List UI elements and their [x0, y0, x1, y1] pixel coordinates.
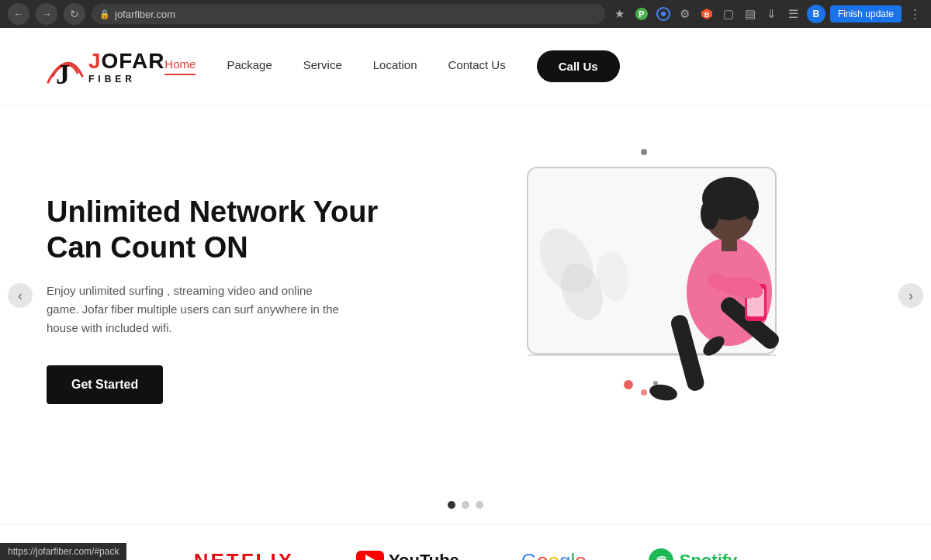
- logo-jofar: JOFAR: [88, 49, 164, 74]
- status-bar: https://jofarfiber.com/#pack: [0, 543, 126, 560]
- spotify-logo: Spotify: [649, 548, 738, 560]
- google-logo: Google: [521, 549, 587, 561]
- hero-content: Unlimited Network Your Can Count ON Enjo…: [47, 195, 419, 403]
- carousel-dot-2[interactable]: [462, 501, 469, 509]
- back-button[interactable]: ←: [8, 3, 29, 25]
- svg-text:B: B: [704, 11, 710, 19]
- youtube-text: YouTube: [389, 551, 459, 560]
- extensions-icon[interactable]: P: [633, 5, 650, 22]
- split-view-icon[interactable]: ▤: [742, 5, 759, 22]
- nav-package[interactable]: Package: [227, 58, 272, 74]
- youtube-logo: YouTube: [356, 551, 459, 560]
- google-e: e: [575, 549, 586, 561]
- browser-chrome: ← → ↻ 🔒 jofarfiber.com ★ P ⚙ B ▢ ▤ ⇓ ☰ B…: [0, 0, 931, 28]
- logo-signal-icon: J: [47, 43, 84, 90]
- call-us-button[interactable]: Call Us: [537, 50, 620, 82]
- svg-text:J: J: [56, 59, 70, 90]
- reload-button[interactable]: ↻: [64, 3, 85, 25]
- forward-button[interactable]: →: [36, 3, 57, 25]
- google-o1: o: [537, 549, 548, 561]
- hero-description: Enjoy unlimited surfing , streaming vide…: [47, 282, 341, 337]
- spotify-text: Spotify: [680, 551, 738, 560]
- svg-text:P: P: [639, 9, 644, 19]
- svg-point-23: [743, 192, 759, 220]
- url-bar[interactable]: 🔒 jofarfiber.com: [92, 4, 605, 24]
- logo-fiber: FIBER: [88, 74, 164, 85]
- chrome-icon[interactable]: [655, 5, 672, 22]
- tabs-icon[interactable]: ▢: [720, 5, 737, 22]
- hero-title: Unlimited Network Your Can Count ON: [47, 195, 419, 265]
- logo-text: JOFAR FIBER: [88, 49, 164, 85]
- nav-service[interactable]: Service: [303, 58, 342, 74]
- browser-actions: ★ P ⚙ B ▢ ▤ ⇓ ☰ B Finish update ⋮: [611, 5, 923, 23]
- lock-icon: 🔒: [99, 9, 110, 19]
- url-text: jofarfiber.com: [115, 9, 175, 20]
- hero-image: [489, 137, 815, 447]
- svg-point-16: [624, 380, 633, 389]
- site-header: J JOFAR FIBER Home Package Service Locat…: [0, 28, 931, 105]
- settings-icon[interactable]: ⚙: [677, 5, 694, 22]
- website-container: J JOFAR FIBER Home Package Service Locat…: [0, 28, 931, 560]
- carousel-next-button[interactable]: ›: [898, 283, 923, 308]
- svg-point-3: [661, 12, 666, 16]
- carousel-dot-3[interactable]: [476, 501, 483, 509]
- carousel-prev-button[interactable]: ‹: [8, 283, 33, 308]
- hero-section: ‹ Unlimited Network Your Can Count ON En…: [0, 105, 931, 486]
- carousel-dot-1[interactable]: [448, 501, 455, 509]
- svg-point-7: [641, 149, 647, 155]
- brave-icon[interactable]: B: [698, 5, 715, 22]
- svg-point-22: [701, 199, 719, 230]
- svg-point-27: [649, 382, 679, 403]
- youtube-play-icon: [356, 551, 384, 560]
- carousel-dots: [0, 486, 931, 524]
- menu-icon[interactable]: ⋮: [906, 5, 923, 22]
- nav-location[interactable]: Location: [373, 58, 417, 74]
- google-o2: o: [549, 549, 559, 561]
- svg-point-17: [641, 389, 647, 396]
- google-g2: g: [559, 549, 570, 561]
- sidebar-icon[interactable]: ☰: [785, 5, 802, 22]
- netflix-logo: NETFLIX: [194, 549, 294, 561]
- hero-illustration: [419, 137, 884, 462]
- main-nav: Home Package Service Location Contact Us: [164, 57, 505, 75]
- youtube-triangle-icon: [365, 555, 376, 560]
- nav-contact[interactable]: Contact Us: [448, 58, 506, 74]
- google-g: G: [521, 549, 537, 561]
- download-icon[interactable]: ⇓: [763, 5, 780, 22]
- bookmark-icon[interactable]: ★: [611, 5, 628, 22]
- finish-update-button[interactable]: Finish update: [830, 5, 902, 22]
- svg-rect-24: [722, 237, 737, 251]
- logo[interactable]: J JOFAR FIBER: [47, 43, 164, 90]
- nav-home[interactable]: Home: [164, 57, 196, 75]
- partners-section: NETFLIX YouTube Google Spotify: [0, 524, 931, 560]
- user-avatar[interactable]: B: [807, 5, 825, 23]
- get-started-button[interactable]: Get Started: [47, 365, 163, 404]
- spotify-icon: [649, 548, 673, 560]
